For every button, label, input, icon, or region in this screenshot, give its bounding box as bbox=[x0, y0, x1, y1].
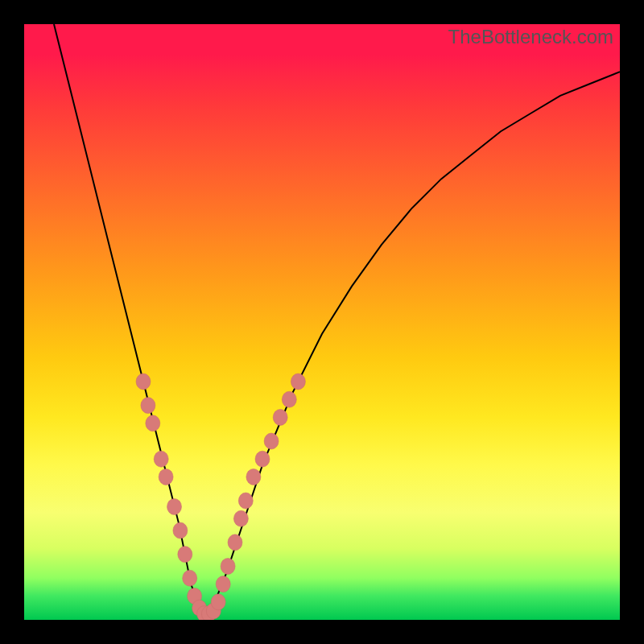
bead-marker bbox=[228, 535, 242, 551]
bead-marker bbox=[183, 570, 197, 586]
bead-marker bbox=[167, 498, 182, 514]
bead-marker bbox=[173, 522, 188, 539]
bead-marker bbox=[211, 594, 225, 610]
bead-marker bbox=[291, 374, 305, 390]
bead-marker bbox=[159, 469, 173, 485]
bead-marker bbox=[233, 510, 248, 526]
bead-marker bbox=[141, 398, 155, 414]
bead-marker bbox=[282, 391, 296, 407]
bead-marker bbox=[264, 433, 279, 449]
bead-marker bbox=[246, 469, 261, 485]
chart-gradient-frame: TheBottleneck.com bbox=[24, 24, 620, 620]
bead-marker bbox=[216, 576, 230, 592]
beads-group bbox=[136, 374, 305, 620]
bottleneck-chart bbox=[24, 24, 620, 620]
bead-marker bbox=[238, 493, 253, 509]
bead-marker bbox=[178, 547, 192, 563]
bottleneck-curve bbox=[54, 24, 620, 617]
watermark-text: TheBottleneck.com bbox=[448, 26, 613, 48]
bead-marker bbox=[273, 409, 287, 425]
bead-marker bbox=[221, 558, 235, 574]
bead-marker bbox=[255, 451, 270, 467]
bead-marker bbox=[136, 374, 151, 390]
bead-marker bbox=[154, 451, 168, 467]
bead-marker bbox=[146, 415, 160, 431]
